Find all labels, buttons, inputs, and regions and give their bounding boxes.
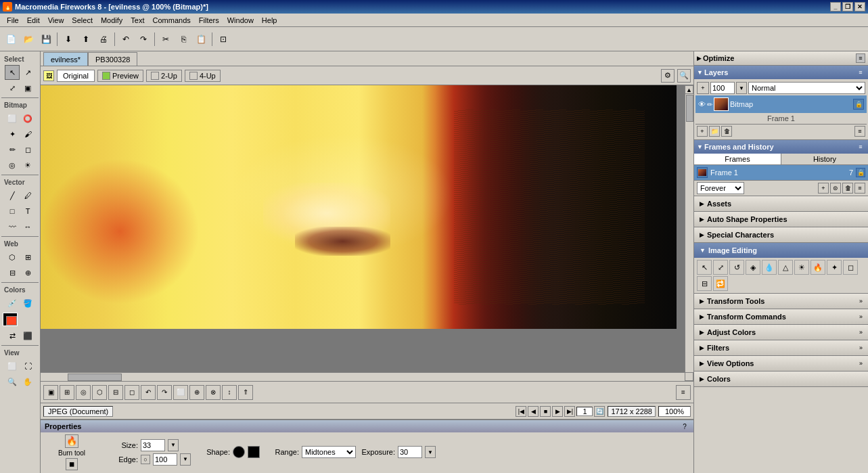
loop-button[interactable]: 🔄 bbox=[594, 406, 605, 417]
blur-tool[interactable]: ◎ bbox=[5, 158, 20, 173]
bottom-tool-5[interactable]: ⊟ bbox=[108, 385, 123, 400]
slice-tool[interactable]: ⊞ bbox=[20, 250, 35, 265]
eraser-tool[interactable]: ◻ bbox=[20, 142, 35, 157]
bottom-tool-12[interactable]: ↕ bbox=[222, 385, 237, 400]
full-screen-tool[interactable]: ⛶ bbox=[20, 359, 35, 374]
behavior-tool[interactable]: ⊕ bbox=[20, 265, 35, 280]
doc-tab-pb300328[interactable]: PB300328 bbox=[88, 52, 137, 66]
img-tool-dodge[interactable]: ☀ bbox=[794, 260, 809, 275]
bottom-tool-10[interactable]: ⊕ bbox=[189, 385, 204, 400]
default-colors-tool[interactable]: ⬛ bbox=[20, 328, 35, 343]
exposure-dropdown-button[interactable]: ▼ bbox=[425, 446, 436, 458]
assets-header[interactable]: ▶ Assets bbox=[694, 196, 868, 211]
exposure-input[interactable] bbox=[398, 446, 422, 458]
standard-screen-tool[interactable]: ⬜ bbox=[5, 359, 20, 374]
add-frame-button[interactable]: + bbox=[818, 183, 829, 194]
next-frame-button[interactable]: ▶| bbox=[564, 406, 575, 417]
img-tool-sharpen[interactable]: △ bbox=[778, 260, 793, 275]
img-tool-transform[interactable]: ⤢ bbox=[713, 260, 728, 275]
img-tool-replace[interactable]: 🔁 bbox=[713, 276, 728, 291]
size-dropdown-button[interactable]: ▼ bbox=[168, 439, 179, 451]
opacity-toggle[interactable]: ◼ bbox=[66, 458, 78, 470]
transform-tools-header[interactable]: ▶ Transform Tools » bbox=[694, 294, 868, 309]
new-button[interactable]: 📄 bbox=[3, 31, 19, 47]
transform-commands-header[interactable]: ▶ Transform Commands » bbox=[694, 309, 868, 324]
cut-button[interactable]: ✂ bbox=[158, 31, 174, 47]
shape-tool[interactable]: □ bbox=[5, 204, 20, 219]
optimize-header[interactable]: ▶ Optimize ≡ bbox=[694, 51, 868, 65]
layers-new-button[interactable]: + bbox=[697, 82, 709, 94]
hotspot-tool[interactable]: ⬡ bbox=[5, 250, 20, 265]
vertical-scrollbar-thumb[interactable] bbox=[686, 95, 693, 122]
hide-slices-tool[interactable]: ⊟ bbox=[5, 265, 20, 280]
delete-frame-button[interactable]: 🗑 bbox=[842, 183, 853, 194]
edge-dropdown-button[interactable]: ▼ bbox=[180, 453, 191, 466]
img-tool-burn[interactable]: 🔥 bbox=[810, 260, 825, 275]
layer-pencil-icon[interactable]: ✏ bbox=[707, 101, 712, 108]
fill-color-swatch[interactable] bbox=[6, 316, 17, 325]
bottom-tool-9[interactable]: ⬜ bbox=[173, 385, 188, 400]
bottom-tool-4[interactable]: ⬡ bbox=[92, 385, 107, 400]
zoom-tool[interactable]: 🔍 bbox=[5, 374, 20, 389]
layers-delete-button[interactable]: 🗑 bbox=[721, 126, 732, 137]
filters-header[interactable]: ▶ Filters » bbox=[694, 340, 868, 355]
optimize-options-icon[interactable]: ≡ bbox=[856, 53, 865, 63]
pencil-tool[interactable]: ✏ bbox=[5, 142, 20, 157]
open-button[interactable]: 📂 bbox=[20, 31, 37, 47]
size-input[interactable] bbox=[141, 439, 165, 451]
view-options-header[interactable]: ▶ View Options » bbox=[694, 356, 868, 371]
save-button[interactable]: 💾 bbox=[38, 31, 54, 47]
range-select[interactable]: Shadows Midtones Highlights bbox=[302, 446, 356, 458]
layers-add-folder-button[interactable]: 📁 bbox=[709, 126, 720, 137]
transform-tool[interactable]: ↔ bbox=[20, 219, 35, 234]
opacity-input[interactable] bbox=[710, 82, 735, 94]
distribute-button[interactable]: ⊜ bbox=[830, 183, 841, 194]
eyedropper-tool[interactable]: 💉 bbox=[5, 296, 20, 311]
menu-modify[interactable]: Modify bbox=[97, 15, 127, 26]
layers-options-icon[interactable]: ≡ bbox=[856, 68, 865, 77]
swap-colors-tool[interactable]: ⇄ bbox=[5, 328, 20, 343]
bottom-tool-13[interactable]: ⇑ bbox=[238, 385, 253, 400]
redo-button[interactable]: ↷ bbox=[135, 31, 152, 47]
layer-eye-icon[interactable]: 👁 bbox=[698, 100, 706, 108]
magic-wand-tool[interactable]: ✦ bbox=[5, 127, 20, 141]
pen-tool[interactable]: 🖊 bbox=[20, 188, 35, 203]
view-tab-original[interactable]: Original bbox=[57, 70, 95, 82]
pointer-tool[interactable]: ↖ bbox=[5, 65, 20, 80]
prev-frame-button[interactable]: ◀ bbox=[528, 406, 539, 417]
bottom-tool-options[interactable]: ≡ bbox=[676, 385, 691, 400]
frames-options-icon[interactable]: ≡ bbox=[856, 142, 865, 152]
img-tool-crop[interactable]: ⊟ bbox=[697, 276, 712, 291]
img-tool-skew[interactable]: ↺ bbox=[729, 260, 744, 275]
export-button[interactable]: ⬆ bbox=[78, 31, 94, 47]
restore-button[interactable]: ❐ bbox=[842, 2, 853, 12]
text-tool[interactable]: T bbox=[20, 204, 35, 219]
scroll-up-button[interactable]: ▲ bbox=[685, 85, 693, 94]
history-tab[interactable]: History bbox=[781, 154, 868, 164]
stop-button[interactable]: ■ bbox=[540, 406, 551, 417]
img-tool-smudge[interactable]: ✦ bbox=[827, 260, 842, 275]
menu-text[interactable]: Text bbox=[127, 15, 148, 26]
bottom-tool-3[interactable]: ◎ bbox=[76, 385, 91, 400]
auto-shape-header[interactable]: ▶ Auto Shape Properties bbox=[694, 212, 868, 227]
menu-edit[interactable]: Edit bbox=[23, 15, 44, 26]
layers-add-button[interactable]: + bbox=[697, 126, 708, 137]
import-button[interactable]: ⬇ bbox=[60, 31, 76, 47]
view-tab-2up[interactable]: 2-Up bbox=[146, 70, 182, 82]
layers-header[interactable]: ▼ Layers ≡ bbox=[694, 66, 868, 79]
canvas-viewport[interactable] bbox=[41, 85, 685, 372]
close-button[interactable]: ✕ bbox=[854, 2, 865, 12]
freeform-tool[interactable]: 〰 bbox=[5, 219, 20, 234]
marquee-tool[interactable]: ⬜ bbox=[5, 111, 20, 126]
copy-button[interactable]: ⎘ bbox=[175, 31, 191, 47]
layer-lock-icon[interactable]: 🔒 bbox=[853, 99, 864, 110]
image-editing-header[interactable]: ▼ Image Editing bbox=[694, 243, 868, 258]
title-bar-controls[interactable]: _ ❐ ✕ bbox=[830, 2, 865, 12]
horizontal-scrollbar[interactable] bbox=[41, 372, 685, 381]
img-tool-distort[interactable]: ◈ bbox=[746, 260, 760, 275]
brush-tool[interactable]: 🖌 bbox=[20, 127, 35, 141]
frames-options-button[interactable]: ≡ bbox=[854, 183, 865, 194]
layers-options-button[interactable]: ≡ bbox=[854, 126, 865, 137]
vertical-scrollbar[interactable] bbox=[685, 94, 693, 372]
bottom-tool-8[interactable]: ↷ bbox=[157, 385, 172, 400]
